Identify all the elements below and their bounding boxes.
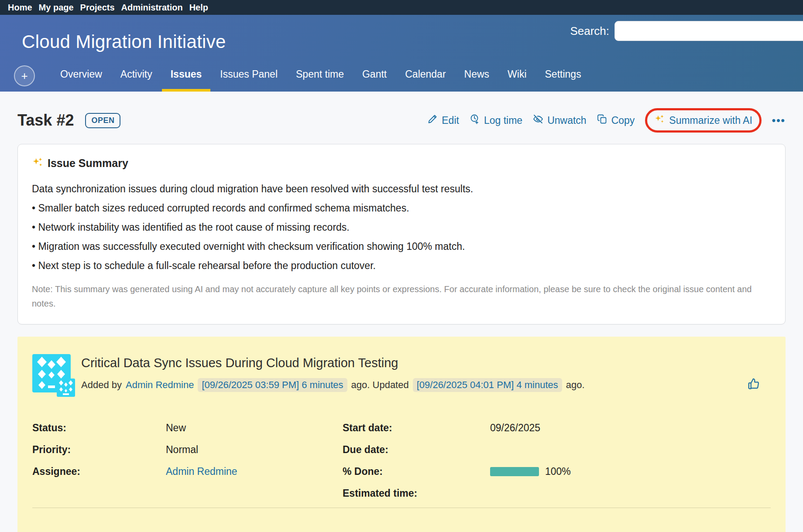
estimated-time-value	[490, 482, 771, 504]
page-title: Cloud Migration Initiative	[22, 31, 226, 52]
nav-projects[interactable]: Projects	[80, 3, 115, 13]
thumbs-up-button[interactable]	[747, 377, 760, 393]
top-navigation: Home My page Projects Administration Hel…	[0, 0, 803, 15]
issue-fields: Status: New Start date: 09/26/2025 Prior…	[32, 417, 771, 504]
tab-activity[interactable]: Activity	[112, 68, 161, 92]
added-by-label: Added by	[81, 379, 122, 391]
task-header-row: Task #2 OPEN Edit Log time Unwatch Copy	[17, 108, 786, 133]
tab-settings[interactable]: Settings	[536, 68, 590, 92]
progress: 100%	[490, 466, 571, 477]
sparkles-icon	[32, 157, 43, 170]
task-title: Task #2	[17, 111, 74, 130]
status-label: Status:	[32, 417, 166, 439]
summarize-with-ai-button[interactable]: Summarize with AI	[654, 114, 752, 127]
tab-spent-time[interactable]: Spent time	[287, 68, 353, 92]
user-avatar	[32, 354, 72, 394]
nav-home[interactable]: Home	[8, 3, 32, 13]
edit-button[interactable]: Edit	[427, 114, 459, 127]
summary-line: Data synchronization issues during cloud…	[32, 179, 771, 198]
nav-help[interactable]: Help	[189, 3, 208, 13]
assignee-link[interactable]: Admin Redmine	[166, 466, 237, 477]
unwatch-button[interactable]: Unwatch	[533, 114, 586, 127]
search-label: Search:	[570, 24, 609, 38]
tab-news[interactable]: News	[456, 68, 498, 92]
start-date-value: 09/26/2025	[490, 417, 771, 439]
search-input[interactable]	[614, 21, 803, 41]
main-content: Task #2 OPEN Edit Log time Unwatch Copy	[0, 108, 803, 532]
author-link[interactable]: Admin Redmine	[126, 379, 194, 391]
sparkles-icon	[654, 114, 665, 127]
issue-title: Critical Data Sync Issues During Cloud M…	[81, 356, 771, 370]
assignee-label: Assignee:	[32, 460, 166, 482]
search-area: Search:	[570, 21, 803, 41]
issue-detail-panel: Critical Data Sync Issues During Cloud M…	[17, 337, 786, 532]
progress-value: 100%	[545, 466, 571, 477]
user-avatar-small	[57, 379, 75, 397]
tab-overview[interactable]: Overview	[51, 68, 111, 92]
estimated-time-label: Estimated time:	[343, 482, 490, 504]
nav-administration[interactable]: Administration	[121, 3, 183, 13]
tab-wiki[interactable]: Wiki	[499, 68, 535, 92]
clock-plus-icon	[470, 114, 480, 127]
tab-issues[interactable]: Issues	[162, 68, 211, 92]
thumbs-up-icon	[747, 377, 760, 390]
progress-bar	[490, 467, 539, 476]
summary-heading: Issue Summary	[48, 157, 128, 170]
percent-done-label: % Done:	[343, 460, 490, 482]
priority-label: Priority:	[32, 439, 166, 460]
section-divider	[32, 508, 771, 508]
issue-summary-card: Issue Summary Data synchronization issue…	[17, 144, 786, 324]
red-highlight-annotation: Summarize with AI	[645, 108, 761, 133]
summarize-with-ai-label: Summarize with AI	[669, 115, 752, 126]
tab-issues-panel[interactable]: Issues Panel	[211, 68, 286, 92]
log-time-button[interactable]: Log time	[470, 114, 522, 127]
ago-label: ago.	[566, 379, 585, 391]
summary-line: • Migration was successfully executed ov…	[32, 237, 771, 256]
add-button[interactable]: +	[14, 65, 35, 86]
start-date-label: Start date:	[343, 417, 490, 439]
added-time-link[interactable]: [09/26/2025 03:59 PM] 6 minutes	[198, 378, 347, 392]
summary-line: • Next step is to schedule a full-scale …	[32, 256, 771, 275]
nav-my-page[interactable]: My page	[39, 3, 74, 13]
project-tab-bar: + Overview Activity Issues Issues Panel …	[0, 65, 803, 92]
status-badge: OPEN	[85, 113, 120, 128]
edit-label: Edit	[442, 115, 459, 126]
due-date-value	[490, 439, 771, 460]
summary-line: • Network instability was identified as …	[32, 218, 771, 237]
project-header: Cloud Migration Initiative Search: + Ove…	[0, 15, 803, 92]
updated-label: ago. Updated	[351, 379, 409, 391]
due-date-label: Due date:	[343, 439, 490, 460]
priority-value: Normal	[166, 439, 343, 460]
summary-body: Data synchronization issues during cloud…	[32, 179, 771, 275]
status-value: New	[166, 417, 343, 439]
summary-disclaimer: Note: This summary was generated using A…	[32, 282, 771, 311]
updated-time-link[interactable]: [09/26/2025 04:01 PM] 4 minutes	[413, 378, 562, 392]
issue-meta: Added by Admin Redmine [09/26/2025 03:59…	[81, 377, 771, 393]
copy-icon	[597, 114, 607, 127]
log-time-label: Log time	[484, 115, 522, 126]
tabs: Overview Activity Issues Issues Panel Sp…	[51, 68, 590, 92]
pencil-icon	[427, 114, 438, 127]
unwatch-label: Unwatch	[547, 115, 586, 126]
summary-line: • Smaller batch sizes reduced corrupted …	[32, 198, 771, 218]
tab-gantt[interactable]: Gantt	[353, 68, 395, 92]
copy-label: Copy	[611, 115, 635, 126]
task-actions: Edit Log time Unwatch Copy Summarize wit…	[427, 108, 786, 133]
eye-off-icon	[533, 114, 543, 127]
tab-calendar[interactable]: Calendar	[396, 68, 454, 92]
more-actions-button[interactable]: •••	[772, 114, 786, 126]
copy-button[interactable]: Copy	[597, 114, 635, 127]
